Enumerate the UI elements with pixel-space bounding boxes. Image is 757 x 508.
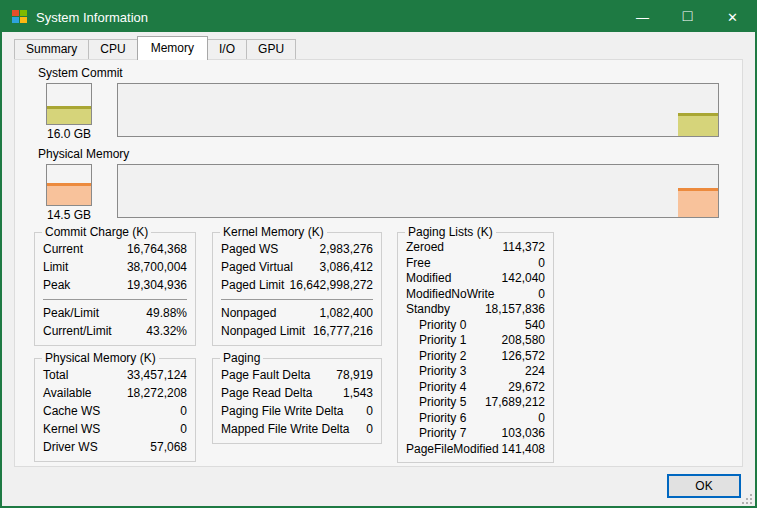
stat-value: 0: [538, 411, 545, 427]
stat-value: 17,689,212: [485, 395, 545, 411]
stat-value: 0: [180, 420, 187, 438]
stat-value: 0: [180, 402, 187, 420]
tab-label: Memory: [151, 41, 194, 55]
stat-row: Paging File Write Delta 0: [221, 402, 373, 420]
stat-row: Total 33,457,124: [43, 366, 187, 384]
physical-memory-graph: [117, 164, 719, 218]
stat-row: Current/Limit 43.32%: [43, 322, 187, 340]
stat-row: Paged WS 2,983,276: [221, 240, 373, 258]
stat-label: Total: [43, 366, 68, 384]
stat-label: Standby: [406, 302, 450, 318]
stat-value: 142,040: [502, 271, 545, 287]
stat-label: Priority 1: [406, 333, 466, 349]
physical-memory-title: Physical Memory (K): [42, 351, 159, 365]
stat-label: Nonpaged Limit: [221, 322, 305, 340]
stat-row: Priority 6 0: [406, 411, 545, 427]
stat-row: Priority 1 208,580: [406, 333, 545, 349]
stat-value: 0: [366, 420, 373, 438]
system-commit-gauge-value: 16.0 GB: [47, 127, 91, 141]
stat-label: Paged Virtual: [221, 258, 293, 276]
system-commit-meter-row: 16.0 GB: [34, 83, 719, 141]
stat-value: 0: [538, 287, 545, 303]
stat-row: Priority 5 17,689,212: [406, 395, 545, 411]
app-icon: [12, 10, 28, 24]
close-icon[interactable]: ✕: [710, 2, 755, 32]
stat-row: Mapped File Write Delta 0: [221, 420, 373, 438]
stat-label: PageFileModified: [406, 442, 499, 458]
stat-value: 114,372: [503, 240, 546, 256]
stat-value: 16,777,216: [313, 322, 373, 340]
stat-row: Current 16,764,368: [43, 240, 187, 258]
paging-lists-group: Paging Lists (K) Zeroed 114,372 Free 0: [397, 232, 554, 463]
stat-value: 141,408: [502, 442, 545, 458]
stat-row: Driver WS 57,068: [43, 438, 187, 456]
stat-row: Priority 4 29,672: [406, 380, 545, 396]
stat-value: 208,580: [502, 333, 545, 349]
paging-lists-title: Paging Lists (K): [405, 225, 496, 239]
stat-row: Kernel WS 0: [43, 420, 187, 438]
stat-row: Page Read Delta 1,543: [221, 384, 373, 402]
resize-grip[interactable]: [750, 502, 752, 504]
maximize-icon[interactable]: □: [665, 2, 710, 32]
stat-label: Peak: [43, 276, 70, 294]
system-commit-label: System Commit: [38, 66, 742, 80]
stat-row: PageFileModified 141,408: [406, 442, 545, 458]
stat-value: 0: [538, 256, 545, 272]
stat-row: Page Fault Delta 78,919: [221, 366, 373, 384]
system-commit-gauge: [46, 83, 92, 125]
kernel-memory-title: Kernel Memory (K): [220, 225, 327, 239]
stat-value: 540: [525, 318, 545, 334]
commit-charge-title: Commit Charge (K): [42, 225, 151, 239]
stat-row: Modified 142,040: [406, 271, 545, 287]
stat-row: Zeroed 114,372: [406, 240, 545, 256]
system-information-window: System Information — □ ✕ Summary CPU Mem…: [0, 0, 757, 508]
physical-memory-gauge-value: 14.5 GB: [47, 208, 91, 222]
tab[interactable]: I/O: [207, 39, 247, 59]
stat-value: 224: [525, 364, 545, 380]
stat-value: 16,764,368: [127, 240, 187, 258]
tab-label: Summary: [26, 42, 77, 56]
stat-label: Kernel WS: [43, 420, 100, 438]
stat-row: Standby 18,157,836: [406, 302, 545, 318]
stat-label: Priority 7: [406, 426, 466, 442]
tab-strip: Summary CPU Memory I/O GPU: [2, 35, 755, 59]
stat-label: Priority 5: [406, 395, 466, 411]
stat-label: Cache WS: [43, 402, 100, 420]
kernel-memory-rows: Paged WS 2,983,276 Paged Virtual 3,086,4…: [221, 240, 373, 340]
stat-value: 43.32%: [146, 322, 187, 340]
tab[interactable]: Summary: [14, 39, 89, 59]
stat-value: 18,157,836: [485, 302, 545, 318]
stat-label: Priority 2: [406, 349, 466, 365]
stat-label: Peak/Limit: [43, 304, 99, 322]
commit-charge-group: Commit Charge (K) Current 16,764,368 Lim…: [34, 232, 196, 346]
stat-row: Priority 7 103,036: [406, 426, 545, 442]
stat-label: Current: [43, 240, 83, 258]
stat-value: 2,983,276: [320, 240, 373, 258]
stat-label: Available: [43, 384, 91, 402]
tab-label: CPU: [100, 42, 125, 56]
physical-memory-label: Physical Memory: [38, 147, 742, 161]
tab[interactable]: Memory: [137, 36, 208, 60]
tab[interactable]: GPU: [246, 39, 296, 59]
stat-row: ModifiedNoWrite 0: [406, 287, 545, 303]
physical-memory-gauge: [46, 164, 92, 206]
stat-label: Paged Limit: [221, 276, 284, 294]
memory-tab-page: System Commit 16.0 GB Physical Memory 14…: [14, 59, 743, 467]
stat-row: Priority 0 540: [406, 318, 545, 334]
physical-memory-graph-fill: [678, 188, 718, 217]
stat-value: 18,272,208: [127, 384, 187, 402]
stat-row: Priority 3 224: [406, 364, 545, 380]
stat-label: Mapped File Write Delta: [221, 420, 350, 438]
title-bar[interactable]: System Information — □ ✕: [2, 2, 755, 32]
stat-row: Nonpaged Limit 16,777,216: [221, 322, 373, 340]
stat-row: Free 0: [406, 256, 545, 272]
tab-label: I/O: [219, 42, 235, 56]
minimize-icon[interactable]: —: [620, 2, 665, 32]
tab[interactable]: CPU: [88, 39, 137, 59]
stat-row: Paged Virtual 3,086,412: [221, 258, 373, 276]
physical-memory-meter-row: 14.5 GB: [34, 164, 719, 222]
paging-group: Paging Page Fault Delta 78,919 Page Read…: [212, 358, 382, 444]
stat-row: Peak 19,304,936: [43, 276, 187, 300]
stat-value: 29,672: [508, 380, 545, 396]
ok-button[interactable]: OK: [667, 474, 741, 498]
